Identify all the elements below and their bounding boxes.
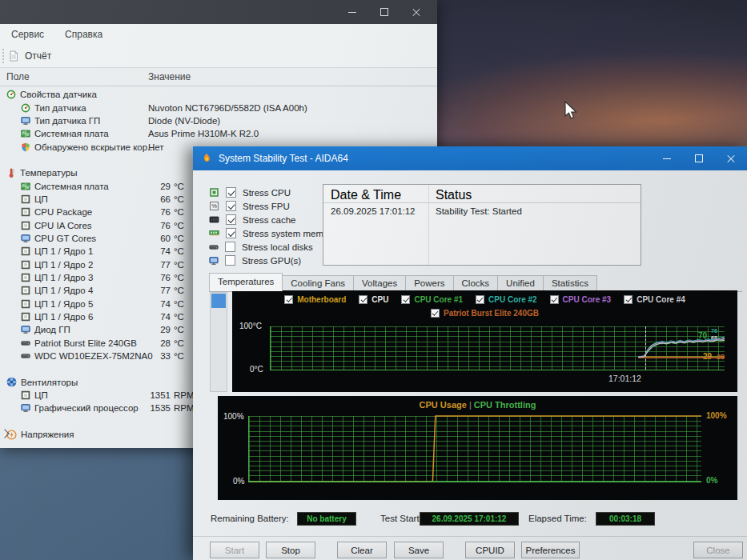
gpu-icon bbox=[209, 256, 219, 266]
checkbox[interactable] bbox=[359, 295, 367, 304]
column-value[interactable]: Значение bbox=[148, 71, 191, 82]
stress-log-panel: Date & Time Status 26.09.2025 17:01:12 S… bbox=[323, 184, 641, 266]
legend-item: Motherboard bbox=[284, 295, 346, 304]
minimize-icon bbox=[663, 158, 671, 159]
stress-option-stress-gpu-s-: Stress GPU(s) bbox=[209, 254, 301, 266]
tab-voltages[interactable]: Voltages bbox=[353, 275, 406, 291]
tab-statistics[interactable]: Statistics bbox=[543, 275, 597, 291]
sensor-value: 76°C bbox=[148, 207, 184, 217]
chart-series-svg bbox=[271, 326, 725, 370]
title-divider: | bbox=[469, 400, 472, 410]
checkbox[interactable] bbox=[225, 242, 235, 252]
button-divider bbox=[193, 536, 747, 537]
tab-clocks[interactable]: Clocks bbox=[453, 275, 499, 291]
sensor-window-controls bbox=[336, 0, 432, 24]
legend-label[interactable]: CPU Core #3 bbox=[563, 295, 612, 304]
sensor-label: ЦП 1 / Ядро 5 bbox=[34, 299, 93, 309]
temperature-legend-row-1: MotherboardCPUCPU Core #1CPU Core #2CPU … bbox=[232, 295, 737, 304]
start-button: Start bbox=[210, 542, 259, 558]
legend-label[interactable]: CPU bbox=[371, 295, 388, 304]
mouse-cursor bbox=[564, 101, 579, 125]
sensor-row[interactable]: Тип датчикаNuvoton NCT6796D/5582D (ISA A… bbox=[0, 101, 437, 114]
sensor-label: ЦП 1 / Ядро 4 bbox=[34, 286, 93, 295]
board-icon bbox=[21, 129, 30, 138]
checkbox[interactable] bbox=[226, 201, 236, 211]
log-col-datetime[interactable]: Date & Time bbox=[331, 188, 401, 202]
close-button[interactable] bbox=[400, 0, 432, 24]
sensor-value-number: 60 bbox=[148, 234, 171, 243]
stress-option-label[interactable]: Stress GPU(s) bbox=[242, 256, 301, 266]
sensor-label: Диод ГП bbox=[34, 325, 70, 334]
gauge-icon bbox=[6, 90, 16, 99]
sensor-label: ЦП bbox=[34, 194, 48, 204]
menu-service[interactable]: Сервис bbox=[11, 29, 44, 40]
legend-label[interactable]: Motherboard bbox=[297, 295, 346, 304]
scrollbar-thumb[interactable] bbox=[211, 294, 226, 308]
sensor-value: 74°C bbox=[148, 246, 184, 256]
cpu-usage-plot bbox=[248, 416, 701, 482]
close-button[interactable] bbox=[715, 146, 747, 170]
tab-temperatures[interactable]: Temperatures bbox=[209, 273, 283, 291]
checkbox[interactable] bbox=[226, 228, 236, 238]
y-axis-min-label: 0°C bbox=[250, 365, 263, 374]
sensor-label: ЦП 1 / Ядро 1 bbox=[34, 246, 93, 256]
legend-label[interactable]: CPU Core #2 bbox=[488, 295, 537, 304]
minimize-button[interactable] bbox=[651, 146, 683, 170]
sensor-value-unit: °C bbox=[174, 351, 184, 361]
checkbox[interactable] bbox=[624, 295, 633, 304]
save-button[interactable]: Save bbox=[394, 542, 444, 558]
cpu-usage-graph-panel: CPU Usage | CPU Throttling 100% 0% 100% … bbox=[218, 396, 737, 500]
sensor-value: Нет bbox=[148, 142, 164, 152]
preferences-button[interactable]: Preferences bbox=[521, 542, 580, 558]
tab-unified[interactable]: Unified bbox=[497, 275, 544, 291]
tab-powers[interactable]: Powers bbox=[405, 275, 453, 291]
chip-icon bbox=[21, 286, 30, 295]
checkbox[interactable] bbox=[226, 214, 236, 225]
fpu-icon: % bbox=[209, 201, 219, 211]
legend-label[interactable]: CPU Core #1 bbox=[414, 295, 463, 304]
sensor-value-unit: °C bbox=[174, 286, 184, 295]
sensor-value: 77°C bbox=[148, 286, 184, 295]
sensor-titlebar[interactable] bbox=[0, 0, 437, 24]
tab-cooling-fans[interactable]: Cooling Fans bbox=[282, 275, 354, 291]
legend-label[interactable]: Patriot Burst Elite 240GB bbox=[444, 309, 539, 318]
sensor-row[interactable]: Системная платаAsus Prime H310M-K R2.0 bbox=[0, 127, 437, 140]
checkbox[interactable] bbox=[225, 255, 235, 266]
sensor-value-unit: °C bbox=[174, 194, 184, 204]
stress-option-label[interactable]: Stress FPU bbox=[243, 202, 290, 211]
menu-help[interactable]: Справка bbox=[65, 29, 102, 40]
disk-icon bbox=[21, 338, 30, 348]
legend-label[interactable]: CPU Core #4 bbox=[637, 295, 685, 304]
stress-option-label[interactable]: Stress cache bbox=[243, 215, 295, 225]
cpuid-button[interactable]: CPUID bbox=[465, 542, 515, 558]
checkbox[interactable] bbox=[284, 295, 293, 304]
stress-option-label[interactable]: Stress CPU bbox=[243, 188, 291, 198]
checkbox[interactable] bbox=[550, 295, 559, 304]
sensor-row[interactable]: Свойства датчика bbox=[0, 88, 437, 101]
stress-option-label[interactable]: Stress local disks bbox=[242, 242, 313, 252]
checkbox[interactable] bbox=[401, 295, 410, 304]
minimize-button[interactable] bbox=[336, 0, 368, 24]
sensor-label: Patriot Burst Elite 240GB bbox=[34, 338, 137, 348]
column-field[interactable]: Поле bbox=[6, 71, 30, 82]
checkbox[interactable] bbox=[431, 309, 440, 318]
log-col-status[interactable]: Status bbox=[436, 188, 472, 202]
report-button[interactable]: Отчёт bbox=[25, 50, 51, 62]
checkbox[interactable] bbox=[226, 187, 236, 198]
checkbox[interactable] bbox=[476, 295, 484, 304]
stop-button[interactable]: Stop bbox=[266, 542, 315, 558]
x-axis-time-label: 17:01:12 bbox=[608, 374, 641, 383]
maximize-button[interactable] bbox=[368, 0, 400, 24]
maximize-button[interactable] bbox=[683, 146, 715, 170]
legend-item: CPU Core #1 bbox=[401, 295, 463, 304]
sensor-value: 74°C bbox=[148, 299, 184, 309]
sensor-label: Тип датчика ГП bbox=[34, 116, 100, 126]
sensor-column-header: Поле Значение bbox=[0, 68, 437, 86]
battery-value-box: No battery bbox=[297, 512, 356, 526]
aida-titlebar[interactable]: System Stability Test - AIDA64 bbox=[193, 146, 747, 170]
sensor-value: 66°C bbox=[148, 194, 184, 204]
sensor-row[interactable]: Тип датчика ГПDiode (NV-Diode) bbox=[0, 114, 437, 127]
clear-button[interactable]: Clear bbox=[337, 542, 387, 558]
vertical-scrollbar[interactable] bbox=[210, 292, 227, 392]
aida-window-title: System Stability Test - AIDA64 bbox=[219, 153, 348, 164]
